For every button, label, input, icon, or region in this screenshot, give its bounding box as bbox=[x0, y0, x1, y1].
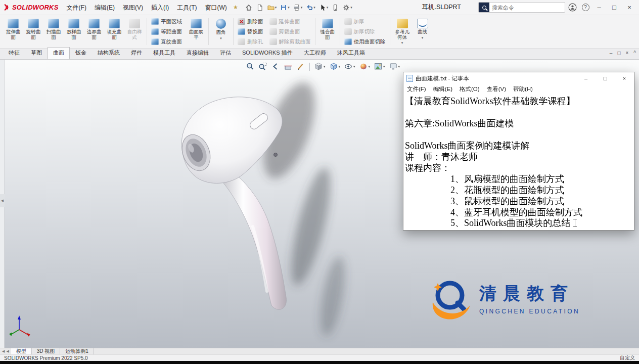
view-settings-caret-icon[interactable]: ▾ bbox=[398, 65, 400, 68]
reference-geometry-caret-icon[interactable]: ▾ bbox=[401, 41, 403, 44]
open-button[interactable]: ▾ bbox=[265, 2, 279, 13]
tab-3d-views[interactable]: 3D 视图 bbox=[32, 348, 61, 354]
hide-show-items-button[interactable]: ▾ bbox=[343, 61, 356, 72]
notepad-window[interactable]: 曲面建模.txt - 记事本 – □ × 文件(F) 编辑(E) 格式(O) 查… bbox=[403, 72, 634, 231]
flatten-surface-button[interactable]: 曲面展平 bbox=[186, 16, 206, 47]
scene-caret-icon[interactable]: ▾ bbox=[383, 65, 385, 68]
tab-mufeng-toolbox[interactable]: 沐风工具箱 bbox=[332, 47, 371, 59]
window-maximize-button[interactable]: □ bbox=[607, 0, 622, 15]
notepad-close-button[interactable]: × bbox=[615, 72, 634, 84]
new-document-button[interactable] bbox=[254, 2, 265, 13]
options-button[interactable]: ▾ bbox=[341, 2, 354, 13]
tab-da-engineer[interactable]: 大工程师 bbox=[298, 47, 332, 59]
untrim-surface-button[interactable]: 解除剪裁曲面 bbox=[267, 37, 313, 47]
notepad-maximize-button[interactable]: □ bbox=[596, 72, 615, 84]
thicken-cut-button[interactable]: 加厚切除 bbox=[342, 27, 388, 36]
knit-surface-button[interactable]: 缝合曲面 bbox=[317, 16, 338, 47]
select-button[interactable]: ▾ bbox=[317, 2, 330, 13]
doc-close-icon[interactable]: × bbox=[625, 50, 628, 56]
notepad-minimize-button[interactable]: – bbox=[576, 72, 596, 84]
apply-scene-button[interactable]: ▾ bbox=[373, 61, 386, 72]
display-style-caret-icon[interactable]: ▾ bbox=[339, 65, 341, 68]
help-button[interactable]: ? bbox=[579, 2, 591, 14]
loft-surface-button[interactable]: 放样曲面 bbox=[64, 16, 84, 47]
cut-with-surface-button[interactable]: 使用曲面切除 bbox=[342, 37, 388, 47]
zoom-fit-button[interactable] bbox=[245, 61, 256, 72]
zoom-area-button[interactable] bbox=[257, 61, 268, 72]
print-caret-icon[interactable]: ▾ bbox=[301, 6, 303, 9]
tab-structure-system[interactable]: 结构系统 bbox=[92, 47, 125, 59]
notepad-text-area[interactable]: 【清晨教育SolidWorks软件基础教学课程】 第六章:SolidWorks曲… bbox=[403, 94, 634, 230]
tab-weldments[interactable]: 焊件 bbox=[125, 47, 148, 59]
boundary-surface-button[interactable]: 边界曲面 bbox=[84, 16, 104, 47]
hide-show-caret-icon[interactable]: ▾ bbox=[353, 65, 355, 68]
dynamic-annotation-button[interactable] bbox=[295, 61, 306, 72]
reference-geometry-button[interactable]: 参考几何体 ▾ bbox=[392, 16, 413, 47]
favorites-star-icon[interactable]: ★ bbox=[231, 4, 240, 11]
trim-surface-button[interactable]: 剪裁曲面 bbox=[267, 27, 313, 36]
menu-tools[interactable]: 工具(T) bbox=[173, 0, 201, 15]
menu-insert[interactable]: 插入(I) bbox=[147, 0, 173, 15]
user-account-button[interactable] bbox=[566, 2, 578, 14]
tab-direct-editing[interactable]: 直接编辑 bbox=[181, 47, 214, 59]
menu-edit[interactable]: 编辑(E) bbox=[90, 0, 119, 15]
tab-model[interactable]: 模型 bbox=[11, 348, 32, 354]
menu-file[interactable]: 文件(F) bbox=[63, 0, 90, 15]
command-search-box[interactable]: ▾ bbox=[478, 2, 565, 13]
doc-restore-icon[interactable]: □ bbox=[617, 50, 620, 56]
tab-sheet-metal[interactable]: 钣金 bbox=[70, 47, 92, 59]
tab-mold-tools[interactable]: 模具工具 bbox=[148, 47, 181, 59]
print-button[interactable]: ▾ bbox=[291, 2, 304, 13]
tab-motion-study[interactable]: 运动算例1 bbox=[60, 348, 94, 354]
graphics-area[interactable]: ◀ ▾ ▾ bbox=[0, 60, 639, 348]
appearance-caret-icon[interactable]: ▾ bbox=[369, 65, 371, 68]
search-input[interactable] bbox=[489, 5, 565, 11]
undo-caret-icon[interactable]: ▾ bbox=[313, 6, 315, 9]
view-orientation-caret-icon[interactable]: ▾ bbox=[324, 65, 326, 68]
fill-surface-button[interactable]: 填充曲面 bbox=[104, 16, 124, 47]
notepad-menu-help[interactable]: 帮助(H) bbox=[510, 85, 536, 93]
tab-surfaces[interactable]: 曲面 bbox=[48, 47, 70, 59]
status-customize[interactable]: 自定义 bbox=[620, 354, 635, 361]
options-caret-icon[interactable]: ▾ bbox=[350, 6, 352, 9]
replace-face-button[interactable]: 替换面 bbox=[236, 27, 265, 36]
window-minimize-button[interactable]: – bbox=[591, 0, 607, 15]
delete-hole-button[interactable]: 删除孔 bbox=[236, 37, 265, 47]
extend-surface-button[interactable]: 延伸曲面 bbox=[267, 17, 313, 26]
ruled-surface-button[interactable]: 直纹曲面 bbox=[149, 37, 184, 47]
notepad-menu-file[interactable]: 文件(F) bbox=[403, 85, 430, 93]
notepad-titlebar[interactable]: 曲面建模.txt - 记事本 – □ × bbox=[403, 72, 634, 84]
ribbon-collapse-icon[interactable]: ^ bbox=[633, 50, 636, 56]
tab-solidworks-addins[interactable]: SOLIDWORKS 插件 bbox=[237, 47, 298, 59]
freeform-button[interactable]: 自由样式 bbox=[124, 16, 145, 47]
save-button[interactable]: ▾ bbox=[278, 2, 291, 13]
view-settings-button[interactable]: ▾ bbox=[388, 61, 401, 72]
tab-scroll-left-icon[interactable]: ◀ bbox=[2, 349, 5, 353]
thicken-button[interactable]: 加厚 bbox=[342, 17, 388, 26]
menu-view[interactable]: 视图(V) bbox=[119, 0, 147, 15]
display-style-button[interactable]: ▾ bbox=[328, 61, 342, 72]
notepad-menu-edit[interactable]: 编辑(E) bbox=[430, 85, 456, 93]
mobile-device-button[interactable] bbox=[330, 2, 341, 13]
tab-scroll-left2-icon[interactable]: ◀ bbox=[6, 349, 9, 353]
window-close-button[interactable]: × bbox=[622, 0, 637, 15]
edit-appearance-button[interactable]: ▾ bbox=[358, 61, 372, 72]
curves-button[interactable]: 曲线 ▾ bbox=[413, 16, 433, 47]
fillet-caret-icon[interactable]: ▾ bbox=[220, 36, 222, 40]
extrude-surface-button[interactable]: 拉伸曲面 bbox=[3, 16, 23, 47]
revolve-surface-button[interactable]: 旋转曲面 bbox=[23, 16, 43, 47]
doc-minimize-icon[interactable]: – bbox=[610, 50, 613, 56]
home-button[interactable] bbox=[243, 2, 254, 13]
tab-features[interactable]: 特征 bbox=[3, 47, 25, 59]
menu-window[interactable]: 窗口(W) bbox=[201, 0, 231, 15]
planar-surface-button[interactable]: 平面区域 bbox=[149, 17, 184, 26]
section-view-button[interactable] bbox=[283, 61, 294, 72]
delete-face-button[interactable]: 删除面 bbox=[236, 17, 265, 26]
undo-button[interactable]: ▾ bbox=[304, 2, 317, 13]
offset-surface-button[interactable]: 等距曲面 bbox=[149, 27, 184, 36]
notepad-menu-format[interactable]: 格式(O) bbox=[456, 85, 483, 93]
sweep-surface-button[interactable]: 扫描曲面 bbox=[43, 16, 64, 47]
view-orientation-button[interactable]: ▾ bbox=[313, 61, 327, 72]
notepad-menu-view[interactable]: 查看(V) bbox=[483, 85, 510, 93]
open-caret-icon[interactable]: ▾ bbox=[275, 6, 277, 9]
